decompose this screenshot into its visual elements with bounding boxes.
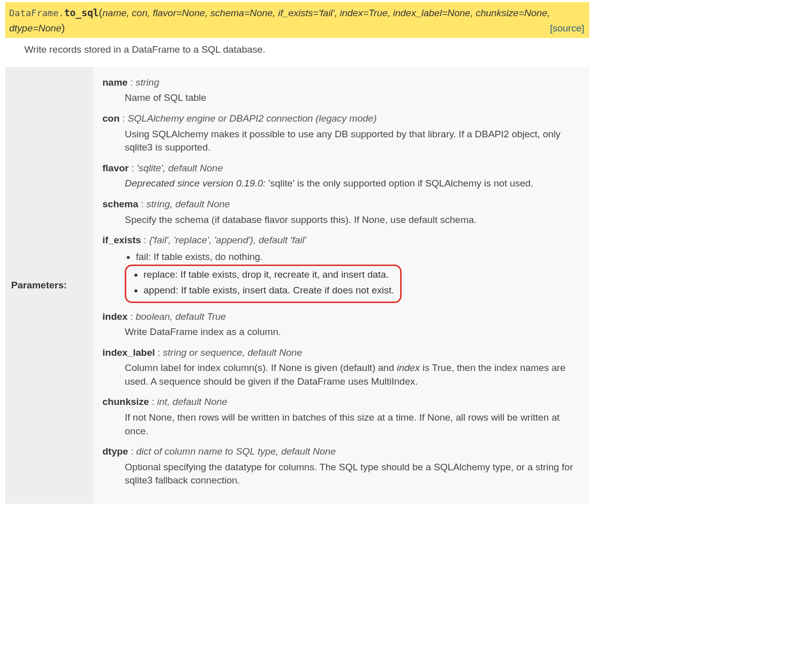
parameters-body: name : string Name of SQL table con : SQ… (93, 67, 589, 504)
param-type: string or sequence, default None (163, 347, 302, 358)
param-con: con : SQLAlchemy engine or DBAPI2 connec… (102, 112, 580, 155)
param-schema: schema : string, default None Specify th… (102, 198, 580, 227)
desc-emphasis: index (397, 362, 419, 373)
param-label: chunksize (102, 396, 149, 407)
method-signature: DataFrame.to_sql(name, con, flavor=None,… (5, 2, 589, 38)
param-label: name (102, 77, 128, 88)
param-if-exists: if_exists : {'fail', 'replace', 'append'… (102, 234, 580, 303)
param-desc: Optional specifying the datatype for col… (102, 459, 580, 488)
param-type: string, default None (147, 199, 230, 209)
param-desc: Using SQLAlchemy makes it possible to us… (102, 126, 580, 155)
open-paren: ( (99, 7, 102, 18)
param-label: schema (102, 199, 138, 209)
param-label: con (102, 113, 120, 124)
param-type: dict of column name to SQL type, default… (136, 446, 336, 457)
param-label: index (102, 311, 128, 322)
param-desc: Specify the schema (if database flavor s… (102, 211, 580, 227)
param-type: 'sqlite', default None (137, 163, 223, 173)
deprecated-text: 'sqlite' is the only supported option if… (266, 178, 533, 189)
param-chunksize: chunksize : int, default None If not Non… (102, 395, 580, 438)
param-type: int, default None (157, 396, 227, 407)
close-paren: ) (61, 22, 65, 33)
param-type: string (135, 77, 159, 88)
param-desc: Write DataFrame index as a column. (102, 323, 580, 339)
param-type: {'fail', 'replace', 'append'}, default '… (149, 235, 306, 245)
param-desc: Column label for index column(s). If Non… (102, 359, 580, 388)
source-link[interactable]: [source] (550, 22, 584, 35)
param-type: boolean, default True (135, 311, 226, 322)
highlighted-options: replace: If table exists, drop it, recre… (125, 265, 402, 303)
param-name: name : string Name of SQL table (102, 76, 580, 105)
param-type: SQLAlchemy engine or DBAPI2 connection (… (128, 113, 377, 124)
param-label: dtype (102, 446, 128, 457)
param-dtype: dtype : dict of column name to SQL type,… (102, 445, 580, 488)
desc-part-a: Column label for index column(s). If Non… (125, 362, 397, 373)
option-replace: replace: If table exists, drop it, recre… (144, 267, 394, 283)
method-name: to_sql (64, 7, 99, 18)
option-fail: fail: If table exists, do nothing. (136, 249, 580, 265)
param-label: flavor (102, 163, 129, 173)
class-name: DataFrame. (9, 8, 64, 18)
method-summary: Write records stored in a DataFrame to a… (5, 38, 589, 67)
deprecated-prefix: Deprecated since version 0.19.0: (125, 178, 266, 189)
param-label: if_exists (102, 235, 141, 245)
option-append: append: If table exists, insert data. Cr… (144, 283, 394, 298)
param-desc: Name of SQL table (102, 89, 580, 105)
param-desc: Deprecated since version 0.19.0: 'sqlite… (102, 175, 580, 191)
options-list: fail: If table exists, do nothing. (136, 249, 580, 265)
param-label: index_label (102, 347, 155, 358)
parameters-label: Parameters: (5, 67, 93, 504)
param-desc: If not None, then rows will be written i… (102, 409, 580, 438)
param-index: index : boolean, default True Write Data… (102, 310, 580, 339)
parameters-table: Parameters: name : string Name of SQL ta… (5, 67, 589, 504)
param-flavor: flavor : 'sqlite', default None Deprecat… (102, 162, 580, 191)
param-index-label: index_label : string or sequence, defaul… (102, 346, 580, 389)
